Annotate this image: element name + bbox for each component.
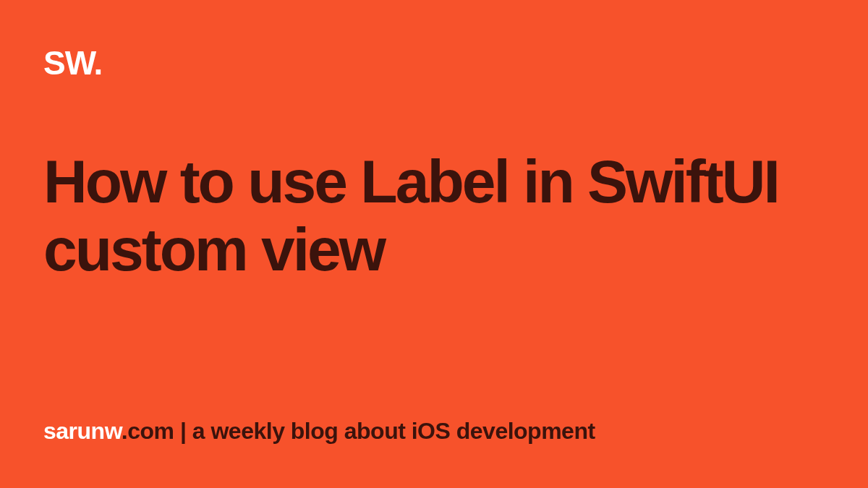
footer-separator: | (174, 418, 192, 444)
site-logo: SW. (43, 43, 825, 82)
footer-tld: .com (122, 418, 174, 444)
article-title: How to use Label in SwiftUI custom view (43, 147, 825, 418)
footer-sitename: sarunw (43, 418, 122, 444)
footer-description: a weekly blog about iOS development (192, 418, 595, 444)
footer-tagline: sarunw.com | a weekly blog about iOS dev… (43, 418, 825, 445)
